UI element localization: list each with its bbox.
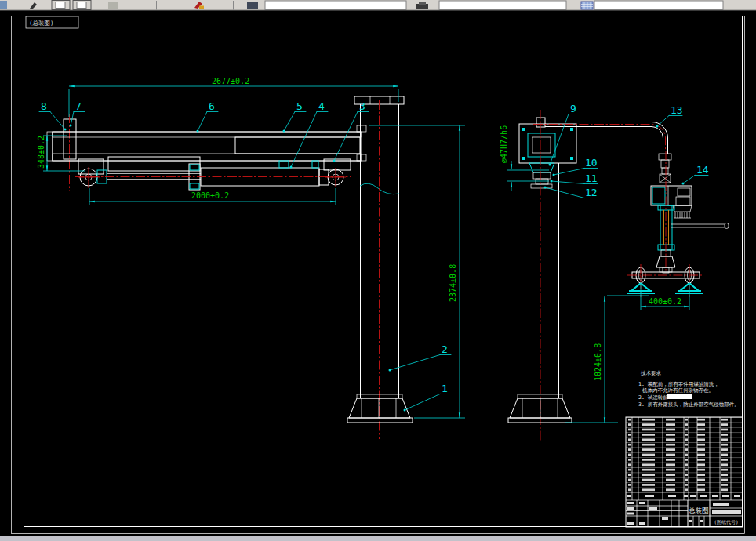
toolbar — [0, 0, 756, 11]
page-icon — [77, 2, 86, 9]
svg-text:9: 9 — [570, 103, 576, 114]
toolbar-combo-field-3[interactable] — [594, 1, 723, 10]
toolbar-icon-partial[interactable] — [0, 1, 7, 9]
toolbar-button-2[interactable] — [73, 1, 91, 10]
notes-line4: 3. 所有外露接头，防止外部空气侵蚀部件。 — [638, 401, 740, 408]
dim-gripper-width: 400±0.2 — [649, 297, 681, 306]
drawing-code-label: (图纸代号) — [714, 519, 738, 525]
svg-text:4: 4 — [318, 100, 325, 112]
dim-gripper-height: 1024±0.8 — [594, 343, 602, 381]
bom-rows — [626, 417, 743, 492]
disabled-icon — [108, 2, 118, 9]
svg-text:8: 8 — [41, 100, 47, 112]
notes-line3: 2. 试运转前 — [638, 394, 668, 401]
svg-text:12: 12 — [585, 187, 598, 198]
viewport-label: (总装图) — [29, 20, 54, 27]
dim-arm-length: 2677±0.2 — [212, 77, 249, 85]
svg-text:13: 13 — [671, 104, 683, 116]
dim-shaft-fit: ⌀47H7/h6 — [500, 125, 508, 163]
tool-icon-dark[interactable] — [247, 2, 258, 9]
toolbar-combo-field-1[interactable] — [265, 1, 406, 10]
svg-text:14: 14 — [696, 164, 709, 176]
svg-text:11: 11 — [585, 172, 598, 184]
svg-text:1: 1 — [442, 383, 448, 394]
selected-text-highlight — [667, 394, 692, 399]
svg-text:7: 7 — [75, 100, 82, 112]
svg-text:10: 10 — [585, 157, 598, 169]
page-icon — [56, 2, 65, 9]
toolbar-combo-field-2[interactable] — [439, 1, 566, 10]
drawing-name: 总装图 — [688, 507, 709, 514]
dim-cyl-stroke: 2000±0.2 — [191, 191, 229, 200]
dim-col-height: 2374±0.8 — [449, 264, 457, 302]
cad-application-window: (总装图) — [0, 0, 756, 541]
svg-text:6: 6 — [209, 100, 215, 112]
grid-icon[interactable] — [581, 2, 593, 9]
svg-text:3: 3 — [359, 100, 365, 112]
status-strip — [0, 536, 756, 541]
notes-title: 技术要求 — [640, 370, 662, 376]
dim-arm-height: 348±0.2 — [37, 136, 45, 169]
svg-text:5: 5 — [296, 100, 303, 112]
notes-line1: 1. 装配前，所有零件用煤油清洗， — [638, 381, 719, 387]
toolbar-button-1[interactable] — [52, 1, 70, 10]
svg-text:2: 2 — [442, 343, 448, 355]
notes-line2: 机体内不允许有任何杂物存在。 — [642, 387, 714, 394]
